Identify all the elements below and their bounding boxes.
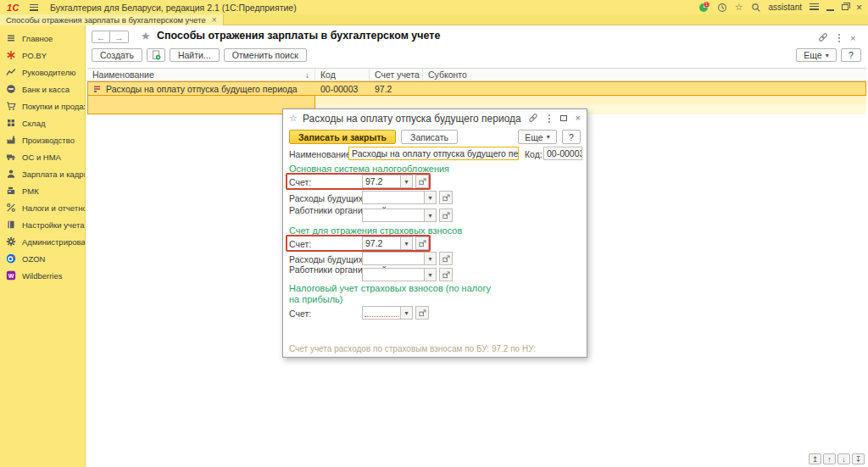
link-icon[interactable] — [528, 113, 538, 125]
open-link-icon — [419, 178, 426, 186]
sidebar-item-production[interactable]: Производство — [0, 131, 85, 148]
account-input[interactable] — [362, 306, 401, 320]
column-subconto[interactable]: Субконто — [423, 69, 866, 81]
sidebar-item-warehouse[interactable]: Склад — [0, 114, 85, 131]
create-button[interactable]: Создать — [92, 48, 142, 62]
main-menu-icon[interactable] — [30, 4, 38, 11]
dialog-status-text: Счет учета расходов по страховым взносам… — [289, 344, 536, 353]
sidebar-item-fixed-assets[interactable]: ОС и НМА — [0, 148, 85, 165]
name-input[interactable]: Расходы на оплату отпуска будущего перио… — [348, 147, 519, 160]
minimize-icon[interactable] — [826, 4, 834, 11]
open-button[interactable] — [415, 175, 429, 188]
cancel-search-button[interactable]: Отменить поиск — [224, 48, 307, 62]
dropdown-button[interactable]: ▾ — [401, 236, 413, 250]
code-input[interactable]: 00-00003 — [543, 147, 582, 160]
sidebar-item-main[interactable]: Главное — [0, 30, 85, 47]
open-button[interactable] — [439, 191, 453, 204]
favorites-icon[interactable]: ☆ — [735, 3, 743, 12]
account-combo: 97.2 ▾ — [362, 175, 429, 188]
sidebar-item-rmk[interactable]: РМК — [0, 182, 85, 199]
workers-input[interactable] — [362, 208, 425, 222]
row-name: Расходы на оплату отпуска будущего перио… — [106, 84, 298, 94]
open-link-icon — [442, 271, 450, 279]
dialog-title: Расходы на оплату отпуска будущего перио… — [303, 113, 523, 125]
sidebar-item-ozon[interactable]: OZON — [0, 250, 85, 267]
link-icon[interactable] — [818, 32, 828, 44]
service-menu-icon[interactable] — [810, 3, 819, 11]
close-dialog-icon[interactable]: × — [576, 114, 581, 123]
user-name[interactable]: assistant — [769, 3, 802, 12]
more-dots-icon[interactable] — [548, 118, 550, 120]
dropdown-button[interactable]: ▾ — [401, 306, 413, 320]
sidebar-item-accounting-settings[interactable]: Настройки учета — [0, 216, 85, 233]
open-button[interactable] — [439, 252, 453, 265]
find-button[interactable]: Найти... — [170, 48, 220, 62]
list-pagination: ↥ ↑ ↓ ↧ — [809, 453, 865, 464]
page-up-button[interactable]: ↑ — [823, 453, 836, 464]
page-down-button[interactable]: ↓ — [837, 453, 850, 464]
sidebar-item-taxes-reports[interactable]: Налоги и отчетность — [0, 199, 85, 216]
go-last-button[interactable]: ↧ — [852, 453, 865, 464]
search-icon[interactable] — [751, 3, 761, 13]
open-button[interactable] — [415, 306, 429, 320]
table-row[interactable]: Расходы на оплату отпуска будущего перио… — [87, 81, 866, 96]
dropdown-button[interactable]: ▾ — [425, 252, 437, 265]
account-input[interactable]: 97.2 — [362, 175, 401, 188]
percent-icon — [6, 203, 16, 213]
column-name[interactable]: Наименование ↓ — [87, 69, 315, 81]
sections-panel: Главное PO.BY Руководителю Банк и касса … — [0, 25, 86, 467]
tab-close-icon[interactable]: × — [212, 16, 217, 25]
app-window: 1С Бухгалтерия для Беларуси, редакция 2.… — [0, 0, 868, 467]
history-icon[interactable] — [717, 3, 727, 13]
close-window-icon[interactable]: × — [856, 3, 862, 13]
notifications-icon[interactable]: 1 — [698, 2, 709, 13]
forward-button[interactable]: → — [110, 31, 129, 43]
coin-icon — [6, 84, 16, 94]
close-form-icon[interactable]: × — [850, 34, 855, 43]
save-close-button[interactable]: Записать и закрыть — [289, 130, 396, 144]
open-button[interactable] — [439, 208, 453, 222]
sidebar-item-salary-hr[interactable]: Зарплата и кадры — [0, 165, 85, 182]
favorite-star-icon[interactable]: ★ — [141, 30, 151, 42]
dialog-more-button[interactable]: Еще ▾ — [518, 130, 557, 144]
sidebar-item-administration[interactable]: Администрирование — [0, 233, 85, 250]
dialog-help-button[interactable]: ? — [562, 130, 581, 144]
favorite-star-icon[interactable]: ☆ — [289, 113, 298, 124]
wildberries-icon: W — [6, 270, 16, 281]
open-button[interactable] — [415, 236, 429, 250]
sidebar-item-manager[interactable]: Руководителю — [0, 64, 85, 81]
sidebar-item-purchases-sales[interactable]: Покупки и продажи — [0, 97, 85, 114]
dropdown-button[interactable]: ▾ — [425, 208, 437, 222]
dropdown-button[interactable]: ▾ — [425, 191, 437, 204]
maximize-icon[interactable] — [560, 115, 567, 121]
list-help-button[interactable]: ? — [841, 48, 861, 62]
save-button[interactable]: Записать — [401, 130, 458, 144]
account-input[interactable]: 97.2 — [362, 236, 401, 250]
form-header-icons: × — [818, 32, 855, 44]
open-button[interactable] — [439, 268, 453, 281]
list-more-button[interactable]: Еще ▾ — [796, 48, 837, 62]
sidebar-item-wildberries[interactable]: W Wildberries — [0, 267, 85, 284]
grid-icon — [6, 118, 16, 128]
row-account: 97.2 — [370, 82, 423, 95]
section-header-ins: Счет для отражения страховых взносов — [289, 225, 462, 236]
column-account[interactable]: Счет учета — [370, 69, 423, 81]
create-copy-button[interactable] — [147, 48, 165, 62]
sidebar-item-bank-cash[interactable]: Банк и касса — [0, 81, 85, 97]
tab-salary-reflection[interactable]: Способы отражения зарплаты в бухгалтерск… — [0, 14, 224, 25]
dropdown-button[interactable]: ▾ — [425, 268, 437, 281]
go-first-button[interactable]: ↥ — [809, 453, 821, 464]
more-dots-icon[interactable] — [838, 37, 840, 39]
sidebar-item-poby[interactable]: PO.BY — [0, 47, 85, 64]
column-code[interactable]: Код — [315, 69, 370, 81]
restore-icon[interactable] — [842, 4, 849, 10]
back-button[interactable]: ← — [92, 31, 110, 43]
dropdown-button[interactable]: ▾ — [401, 175, 413, 188]
workers-input[interactable] — [362, 268, 425, 281]
list-toolbar: Создать Найти... Отменить поиск — [92, 48, 307, 62]
rbp-input[interactable] — [362, 191, 425, 204]
book-icon — [6, 220, 16, 230]
workers-combo: ▾ — [362, 268, 453, 281]
asterisk-icon — [6, 50, 16, 60]
rbp-input[interactable] — [362, 252, 425, 265]
